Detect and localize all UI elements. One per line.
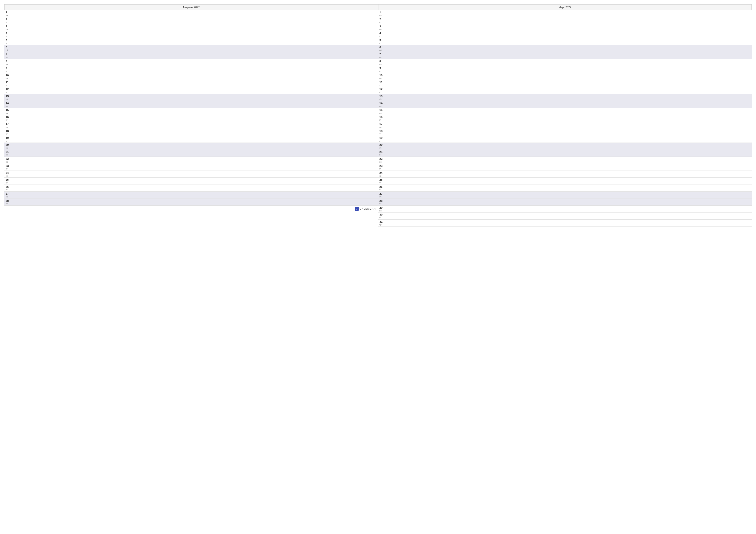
day-row[interactable]: 21 вс [378, 150, 752, 157]
day-row[interactable]: 19 пт [378, 136, 752, 143]
day-row[interactable]: 21 вс [4, 150, 378, 157]
day-number: 28 [380, 199, 384, 203]
day-number: 31 [380, 220, 384, 223]
day-info: 23 вт [380, 164, 384, 170]
day-info: 3 ср [380, 25, 384, 31]
day-row[interactable]: 26 пт [4, 185, 378, 191]
day-row[interactable]: 7 вс [378, 52, 752, 59]
day-name: пт [380, 189, 384, 191]
day-row[interactable]: 17 ср [4, 122, 378, 129]
day-row[interactable]: 29 пн [378, 206, 752, 213]
day-row[interactable]: 3 ср [378, 24, 752, 31]
day-row[interactable]: 25 чт [4, 178, 378, 185]
day-number: 4 [380, 32, 384, 35]
day-row[interactable]: 27 сб [4, 191, 378, 198]
day-info: 12 пт [6, 88, 10, 93]
day-row[interactable]: 9 вт [4, 66, 378, 73]
day-number: 6 [380, 46, 384, 49]
day-row[interactable]: 25 чт [378, 178, 752, 185]
day-row[interactable]: 12 пт [378, 87, 752, 94]
day-name: пн [6, 161, 10, 163]
day-row[interactable]: 1 пн [4, 10, 378, 17]
day-row[interactable]: 23 вт [4, 164, 378, 171]
day-number: 29 [380, 206, 384, 210]
day-number: 10 [380, 74, 384, 77]
day-info: 5 пт [380, 39, 384, 44]
day-number: 18 [6, 129, 10, 133]
day-row[interactable]: 16 вт [4, 115, 378, 122]
day-row[interactable]: 28 вс [4, 199, 378, 206]
day-row[interactable]: 14 вс [378, 101, 752, 108]
day-row[interactable]: 5 пт [378, 38, 752, 45]
day-number: 8 [6, 60, 10, 63]
day-row[interactable]: 9 вт [378, 66, 752, 73]
day-row[interactable]: 15 пн [4, 108, 378, 115]
day-row[interactable]: 12 пт [4, 87, 378, 94]
day-row[interactable]: 22 пн [4, 157, 378, 164]
day-row[interactable]: 23 вт [378, 164, 752, 171]
day-number: 2 [380, 18, 384, 21]
day-row[interactable]: 11 чт [4, 80, 378, 87]
day-row[interactable]: 8 пн [4, 59, 378, 66]
day-name: пт [6, 42, 10, 44]
day-row[interactable]: 7 вс [4, 52, 378, 59]
day-row[interactable]: 6 сб [4, 45, 378, 52]
day-row[interactable]: 3 ср [4, 24, 378, 31]
day-row[interactable]: 18 чт [378, 129, 752, 136]
day-name: пн [6, 112, 10, 114]
day-info: 6 сб [6, 46, 10, 51]
day-row[interactable]: 20 сб [378, 143, 752, 150]
day-row[interactable]: 4 чт [378, 31, 752, 38]
day-row[interactable]: 30 вт [378, 213, 752, 219]
day-number: 12 [380, 88, 384, 91]
day-row[interactable]: 26 пт [378, 185, 752, 191]
day-number: 5 [6, 39, 10, 42]
logo-text: CALENDAR [360, 207, 376, 210]
day-row[interactable]: 24 ср [378, 171, 752, 178]
day-name: вс [380, 56, 384, 59]
day-number: 7 [380, 53, 384, 56]
day-name: ср [380, 126, 384, 128]
day-row[interactable]: 10 ср [4, 73, 378, 80]
day-number: 16 [6, 115, 10, 119]
day-row[interactable]: 10 ср [378, 73, 752, 80]
day-name: сб [6, 98, 10, 100]
day-row[interactable]: 8 пн [378, 59, 752, 66]
day-name: чт [6, 84, 10, 87]
day-name: пн [380, 112, 384, 114]
day-row[interactable]: 19 пт [4, 136, 378, 143]
day-row[interactable]: 20 сб [4, 143, 378, 150]
day-row[interactable]: 6 сб [378, 45, 752, 52]
day-row[interactable]: 2 вт [378, 17, 752, 24]
day-row[interactable]: 27 сб [378, 191, 752, 198]
day-row[interactable]: 11 чт [378, 80, 752, 87]
day-row[interactable]: 13 сб [378, 94, 752, 101]
day-number: 23 [6, 164, 10, 168]
day-row[interactable]: 13 сб [4, 94, 378, 101]
day-info: 28 вс [380, 199, 384, 205]
day-name: чт [380, 182, 384, 184]
day-number: 14 [6, 101, 10, 105]
day-info: 21 вс [380, 150, 384, 156]
day-info: 6 сб [380, 46, 384, 51]
day-row[interactable]: 14 вс [4, 101, 378, 108]
day-row[interactable]: 17 ср [378, 122, 752, 129]
day-row[interactable]: 18 чт [4, 129, 378, 136]
day-info: 1 пн [380, 11, 384, 16]
day-row[interactable]: 16 вт [378, 115, 752, 122]
day-name: вт [6, 119, 10, 121]
day-row[interactable]: 1 пн [378, 10, 752, 17]
day-row[interactable]: 24 ср [4, 171, 378, 178]
day-number: 21 [380, 150, 384, 154]
day-row[interactable]: 22 пн [378, 157, 752, 164]
day-info: 4 чт [380, 32, 384, 38]
day-row[interactable]: 2 вт [4, 17, 378, 24]
day-row[interactable]: 4 чт [4, 31, 378, 38]
day-name: пн [6, 63, 10, 65]
day-row[interactable]: 15 пн [378, 108, 752, 115]
day-row[interactable]: 31 ср [378, 220, 752, 226]
day-row[interactable]: 5 пт [4, 38, 378, 45]
day-row[interactable]: 28 вс [378, 199, 752, 206]
day-number: 25 [6, 178, 10, 182]
day-info: 21 вс [6, 150, 10, 156]
